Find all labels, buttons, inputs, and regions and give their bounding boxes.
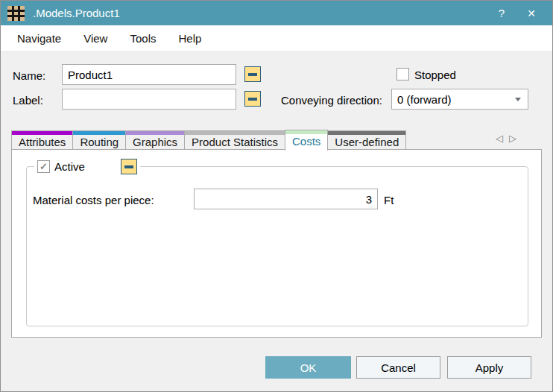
menu-navigate[interactable]: Navigate (17, 32, 61, 45)
cancel-button[interactable]: Cancel (356, 356, 440, 379)
stopped-checkbox[interactable] (396, 68, 409, 80)
close-button[interactable]: ✕ (516, 1, 546, 25)
tab-scroll-arrows: ◁▷ (496, 133, 522, 144)
active-inherit-button[interactable] (121, 159, 137, 174)
costs-groupbox: ✓ Active Material costs per piece: Ft (26, 166, 528, 326)
label-input[interactable] (62, 89, 236, 110)
minus-icon (124, 165, 133, 168)
apply-button[interactable]: Apply (447, 356, 531, 379)
menu-view[interactable]: View (83, 32, 107, 45)
material-costs-label: Material costs per piece: (33, 194, 154, 206)
tab-strip: Attributes Routing Graphics Product Stat… (11, 129, 405, 150)
name-label: Name: (13, 69, 45, 82)
active-label: Active (54, 160, 85, 173)
ok-button[interactable]: OK (265, 356, 351, 379)
app-grid-icon (7, 6, 25, 21)
window-title: .Models.Product1 (33, 7, 487, 19)
tab-product-statistics[interactable]: Product Statistics (184, 130, 285, 150)
costs-group-legend: ✓ Active (34, 159, 140, 174)
menu-help[interactable]: Help (178, 32, 201, 45)
conveying-direction-label: Conveying direction: (281, 94, 382, 107)
menu-tools[interactable]: Tools (130, 32, 156, 45)
active-checkbox[interactable]: ✓ (37, 160, 50, 173)
dialog-window: .Models.Product1 ? ✕ Navigate View Tools… (0, 0, 553, 392)
currency-label: Ft (384, 194, 394, 206)
conveying-direction-select[interactable]: 0 (forward) (391, 89, 528, 110)
stopped-label: Stopped (414, 69, 456, 81)
tab-user-defined[interactable]: User-defined (327, 130, 406, 150)
material-costs-input[interactable] (194, 189, 378, 209)
minus-icon (248, 73, 257, 76)
conveying-direction-value: 0 (forward) (397, 93, 452, 106)
tab-scroll-left-icon[interactable]: ◁ (496, 133, 509, 144)
tab-costs[interactable]: Costs (285, 130, 328, 151)
name-input[interactable] (62, 64, 236, 85)
tab-scroll-right-icon[interactable]: ▷ (509, 133, 522, 144)
name-inherit-button[interactable] (244, 66, 261, 82)
tab-routing[interactable]: Routing (72, 130, 126, 150)
chevron-down-icon (515, 98, 521, 101)
costs-tab-panel: ✓ Active Material costs per piece: Ft (11, 149, 542, 338)
title-bar: .Models.Product1 ? ✕ (1, 1, 552, 25)
label-label: Label: (13, 94, 43, 107)
minus-icon (248, 98, 257, 101)
help-button[interactable]: ? (487, 1, 516, 25)
tab-attributes[interactable]: Attributes (11, 130, 73, 150)
tab-graphics[interactable]: Graphics (125, 130, 185, 150)
menu-bar: Navigate View Tools Help (1, 25, 552, 52)
label-inherit-button[interactable] (244, 91, 261, 107)
